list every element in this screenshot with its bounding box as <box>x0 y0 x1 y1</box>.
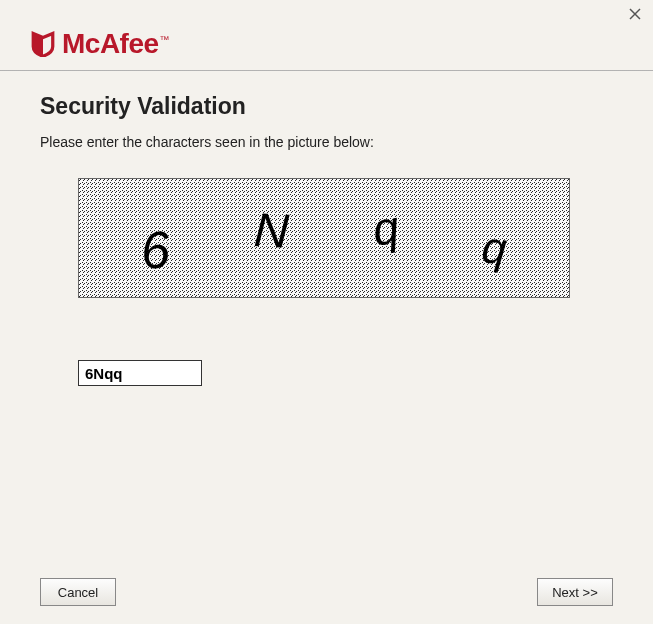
captcha-char-2: N <box>253 202 291 259</box>
cancel-button[interactable]: Cancel <box>40 578 116 606</box>
captcha-input-row <box>78 360 613 386</box>
footer-buttons: Cancel Next >> <box>0 578 653 606</box>
captcha-char-1: 6 <box>138 219 172 281</box>
instruction-text: Please enter the characters seen in the … <box>40 134 613 150</box>
next-button[interactable]: Next >> <box>537 578 613 606</box>
close-icon <box>629 8 641 20</box>
close-button[interactable] <box>625 4 645 24</box>
brand-name: McAfee™ <box>62 28 169 60</box>
captcha-image: 6 N q q <box>78 178 570 298</box>
page-title: Security Validation <box>40 93 613 120</box>
captcha-char-4: q <box>480 222 509 274</box>
mcafee-shield-icon <box>30 31 56 57</box>
brand-header: McAfee™ <box>0 0 653 70</box>
captcha-input[interactable] <box>78 360 202 386</box>
main-content: Security Validation Please enter the cha… <box>0 71 653 386</box>
